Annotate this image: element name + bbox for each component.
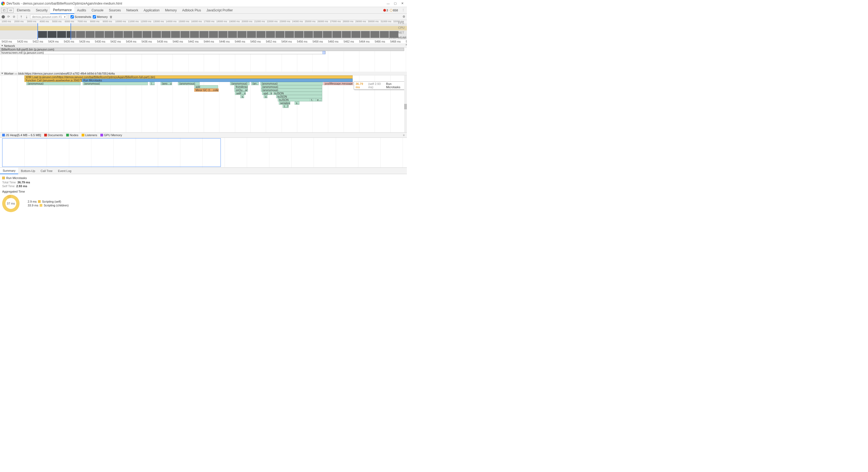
flame-bar[interactable]: t…N (283, 105, 289, 108)
flame-bar[interactable]: (anonymous) (178, 82, 199, 85)
ruler-tick: 5458 ms (312, 40, 323, 43)
garbage-collect-button[interactable]: 🗑 (109, 15, 113, 19)
tab-memory[interactable]: Memory (162, 7, 179, 13)
documents-toggle[interactable]: Documents (44, 133, 63, 137)
flame-bar[interactable]: e…e (316, 98, 321, 101)
worker-scrollbar[interactable] (404, 75, 407, 132)
overview-tick: 21000 ms (254, 20, 265, 23)
tab-javascript-profiler[interactable]: JavaScript Profiler (204, 7, 236, 13)
scrollbar-thumb[interactable] (404, 104, 407, 109)
gpu-memory-toggle[interactable]: GPU Memory (100, 133, 122, 137)
recording-select[interactable]: demos.janusvr.com #1 (30, 14, 67, 19)
flame-bar[interactable]: onQu…ange (235, 88, 248, 92)
flame-bar[interactable]: postMessage.message (323, 82, 353, 85)
load-profile-button[interactable]: ⭱ (19, 15, 23, 19)
title-bar: DevTools - demos.janusvr.com/bai/BillieR… (0, 0, 407, 7)
network-section-header[interactable]: ▼ Network (0, 44, 407, 48)
flame-bar[interactable]: serialize (279, 101, 290, 105)
flame-bar[interactable]: (anonymous) (230, 82, 250, 85)
flame-bar[interactable]: (anonymous) (260, 82, 323, 85)
worker-section-header[interactable]: ▼ Worker — blob:https://demos.janusvr.co… (0, 72, 407, 75)
flame-bar[interactable]: (…) (150, 82, 155, 85)
minimize-button[interactable]: ― (384, 1, 392, 6)
flame-bar[interactable]: upd…ld (262, 92, 272, 95)
ruler-tick: 5464 ms (359, 40, 369, 43)
network-request-bar[interactable]: BillieRoom-full-part5.bin (p.janusvr.com… (0, 48, 404, 51)
ruler-tick: 5434 ms (126, 40, 136, 43)
overview-net-label: NET (398, 31, 406, 34)
checkbox-icon (66, 134, 69, 136)
details-tab-call-tree[interactable]: Call Tree (38, 168, 55, 174)
details-tab-summary[interactable]: Summary (0, 168, 18, 174)
tab-elements[interactable]: Elements (14, 7, 33, 13)
close-window-button[interactable]: ✕ (399, 1, 406, 6)
tab-console[interactable]: Console (89, 7, 106, 13)
flame-bar[interactable]: (anonymous) (83, 82, 148, 85)
worker-flame-chart[interactable]: 36.79 ms (self 2.93 ms) Run Microtasks X… (0, 75, 407, 132)
details-tab-event-log[interactable]: Event Log (55, 168, 74, 174)
flame-bar[interactable]: Function Call (janusweb.assetworker.js:3… (24, 79, 82, 82)
memory-input[interactable] (93, 15, 96, 19)
flame-bar[interactable]: toJSON (276, 95, 322, 98)
flame-bar[interactable]: (ano…us) (161, 82, 172, 85)
more-options-button[interactable]: ⋮ (400, 8, 407, 12)
summary-panel: Run Microtasks Total Time 36.79 ms Self … (0, 174, 407, 214)
flame-bar[interactable]: s…e (294, 101, 300, 105)
overview-tick: 20000 ms (242, 20, 252, 23)
settings-gear-icon[interactable]: ⚙ (403, 15, 405, 19)
listeners-toggle[interactable]: Listeners (82, 133, 97, 137)
tab-network[interactable]: Network (124, 7, 141, 13)
flame-bar[interactable]: add (194, 85, 218, 88)
flame-bar[interactable]: setF…ion (235, 92, 246, 95)
tab-performance[interactable]: Performance (50, 7, 74, 14)
ruler-tick: 5468 ms (390, 40, 401, 43)
nodes-toggle[interactable]: Nodes (66, 133, 79, 137)
tab-application[interactable]: Application (141, 7, 162, 13)
tab-adblock-plus[interactable]: Adblock Plus (180, 7, 204, 13)
flame-bar[interactable]: Run Microtasks (82, 79, 352, 82)
tab-sources[interactable]: Sources (106, 7, 123, 13)
memory-chart[interactable] (0, 138, 407, 168)
screenshots-checkbox[interactable]: Screenshots (70, 15, 91, 19)
device-toolbar-button[interactable]: ▭ (8, 8, 13, 13)
flame-bar[interactable]: XHR Load (p.janusvr.com/https://demos.ja… (24, 75, 352, 79)
record-button[interactable] (2, 15, 5, 19)
flame-bar[interactable]: (anonymous) (261, 88, 322, 92)
inspect-element-button[interactable]: ◰ (1, 8, 7, 13)
maximize-button[interactable]: ▢ (392, 1, 399, 6)
warning-count[interactable]: 658 (390, 9, 398, 12)
details-tab-bottom-up[interactable]: Bottom-Up (18, 168, 38, 174)
memory-selection-box[interactable] (2, 138, 221, 167)
flame-bar[interactable]: (an…s) (251, 82, 259, 85)
flame-bar[interactable]: u… (264, 95, 268, 98)
reload-button[interactable]: ⟳ (6, 15, 10, 19)
save-profile-button[interactable]: ⭳ (25, 15, 29, 19)
ruler-tick: 5422 ms (33, 40, 43, 43)
ruler-tick: 5462 ms (344, 40, 354, 43)
flame-bar[interactable]: t… (310, 98, 313, 101)
error-count[interactable]: 3 (383, 9, 388, 12)
overview-tick: 4000 ms (40, 20, 49, 23)
memory-checkbox[interactable]: Memory (93, 15, 108, 19)
memory-menu-icon[interactable]: ≡ (403, 133, 405, 137)
flame-bar[interactable]: fromArray (235, 85, 248, 88)
flame-bar[interactable]: Minor GC (1…collected) (194, 88, 219, 92)
flame-bar[interactable]: (anonymous) (261, 85, 322, 88)
devtools-logo-icon (1, 2, 5, 5)
tab-audits[interactable]: Audits (74, 7, 89, 13)
timeline-overview[interactable]: 1000 ms2000 ms3000 ms4000 ms5000 ms6000 … (0, 20, 407, 40)
flame-bar[interactable]: s… (240, 95, 244, 98)
overview-selection[interactable] (37, 23, 71, 40)
screenshots-input[interactable] (70, 15, 74, 19)
ruler-tick: 5428 ms (80, 40, 90, 43)
ruler-tick: 5460 ms (328, 40, 338, 43)
flame-bar[interactable]: (anonymous) (26, 82, 81, 85)
network-request-bar[interactable]: hoverscreen.mtl (p.janusvr.com) (0, 51, 326, 54)
self-time-label: Self Time (2, 185, 14, 188)
network-body[interactable]: BillieRoom-full-part5.bin (p.janusvr.com… (0, 48, 407, 72)
js-heap-toggle[interactable]: JS Heap[5.4 MB – 6.5 MB] (2, 133, 41, 137)
tab-security[interactable]: Security (33, 7, 50, 13)
clear-button[interactable]: ⊘ (12, 15, 16, 19)
flame-bar[interactable]: toJSON (273, 92, 322, 95)
main-ruler[interactable]: 5418 ms5420 ms5422 ms5424 ms5426 ms5428 … (0, 40, 407, 44)
